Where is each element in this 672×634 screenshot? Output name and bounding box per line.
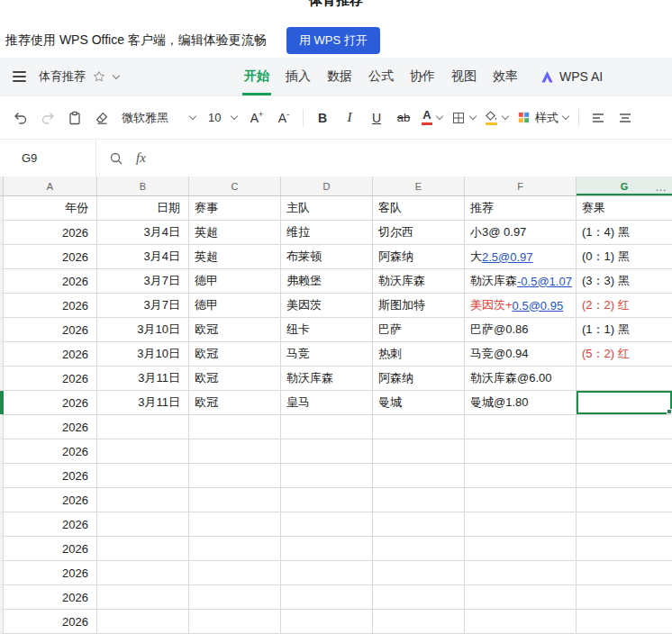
cell-league[interactable]: 英超 <box>189 221 281 245</box>
empty-cell[interactable] <box>465 488 577 512</box>
empty-cell[interactable] <box>97 610 189 634</box>
cell-year[interactable]: 2026 <box>4 585 97 610</box>
cell-away-team[interactable]: 勒沃库森 <box>373 269 465 294</box>
empty-cell[interactable] <box>373 537 465 561</box>
empty-cell[interactable] <box>97 464 189 488</box>
empty-cell[interactable] <box>281 512 373 537</box>
empty-cell[interactable] <box>373 464 465 488</box>
empty-cell[interactable] <box>465 561 577 585</box>
empty-cell[interactable] <box>465 464 577 488</box>
cell-away-team[interactable]: 曼城 <box>373 391 465 415</box>
empty-cell[interactable] <box>281 585 373 610</box>
tab-collaboration[interactable]: 协作 <box>402 58 443 95</box>
cell-league[interactable]: 英超 <box>189 245 281 269</box>
cell-recommendation[interactable]: 小3@ 0.97 <box>465 221 577 245</box>
cell-result[interactable]: (5：2) 红 <box>577 342 672 367</box>
empty-cell[interactable] <box>189 585 281 610</box>
empty-cell[interactable] <box>373 610 465 634</box>
cell-away-team[interactable]: 切尔西 <box>373 221 465 245</box>
header-cell-2[interactable]: 赛事 <box>189 196 281 221</box>
column-header-B[interactable]: B <box>97 177 189 195</box>
empty-cell[interactable] <box>189 537 281 561</box>
empty-cell[interactable] <box>189 488 281 512</box>
empty-cell[interactable] <box>189 439 281 464</box>
cell-home-team[interactable]: 皇马 <box>281 391 373 415</box>
cell-home-team[interactable]: 弗赖堡 <box>281 269 373 294</box>
fill-color-button[interactable] <box>480 105 513 131</box>
cell-result[interactable]: (3：3) 黑 <box>577 269 672 294</box>
empty-cell[interactable] <box>373 585 465 610</box>
cell-year[interactable]: 2026 <box>4 221 97 245</box>
tab-data[interactable]: 数据 <box>319 58 360 95</box>
empty-cell[interactable] <box>281 439 373 464</box>
header-cell-1[interactable]: 日期 <box>97 196 189 221</box>
underline-button[interactable]: U <box>363 105 390 131</box>
paste-icon[interactable] <box>61 105 88 131</box>
column-header-E[interactable]: E <box>373 177 465 195</box>
column-header-D[interactable]: D <box>281 177 373 195</box>
empty-cell[interactable] <box>281 537 373 561</box>
decrease-font-size-button[interactable]: A- <box>270 105 297 131</box>
cell-year[interactable]: 2026 <box>4 439 97 464</box>
cell-result[interactable]: (2：2) 红 <box>577 294 672 318</box>
tab-home[interactable]: 开始 <box>236 58 277 95</box>
cell-year[interactable]: 2026 <box>4 488 97 512</box>
empty-cell[interactable] <box>281 610 373 634</box>
recommendation-link[interactable]: 2.5@0.97 <box>482 250 533 264</box>
clear-format-eraser-icon[interactable] <box>88 105 115 131</box>
empty-cell[interactable] <box>281 561 373 585</box>
cell-recommendation[interactable]: 勒沃库森@6.00 <box>465 367 577 391</box>
cell-year[interactable]: 2026 <box>4 367 97 391</box>
cell-date[interactable]: 3月10日 <box>97 342 189 367</box>
strikethrough-button[interactable]: ab <box>390 105 417 131</box>
empty-cell[interactable] <box>373 488 465 512</box>
tab-efficiency[interactable]: 效率 <box>485 58 526 95</box>
cell-year[interactable]: 2026 <box>4 512 97 537</box>
redo-icon[interactable] <box>34 105 61 131</box>
empty-cell[interactable] <box>577 488 672 512</box>
menu-icon[interactable] <box>13 71 26 82</box>
recommendation-link[interactable]: -0.5@1.07 <box>517 275 572 288</box>
cell-result[interactable] <box>577 391 672 415</box>
cell-away-team[interactable]: 巴萨 <box>373 318 465 342</box>
title-chevron-down-icon[interactable] <box>114 76 119 78</box>
cell-recommendation[interactable]: 马竞@0.94 <box>465 342 577 367</box>
empty-cell[interactable] <box>465 512 577 537</box>
empty-cell[interactable] <box>97 561 189 585</box>
empty-cell[interactable] <box>373 512 465 537</box>
cell-league[interactable]: 德甲 <box>189 294 281 318</box>
cell-recommendation[interactable]: 勒沃库森-0.5@1.07 <box>465 269 577 294</box>
font-size-select[interactable]: 10 <box>202 105 243 131</box>
cell-year[interactable]: 2026 <box>4 294 97 318</box>
empty-cell[interactable] <box>97 439 189 464</box>
undo-icon[interactable] <box>7 105 34 131</box>
cell-result[interactable] <box>577 367 672 391</box>
cell-styles-button[interactable]: 样式 <box>513 105 573 131</box>
cell-league[interactable]: 欧冠 <box>189 342 281 367</box>
cell-year[interactable]: 2026 <box>4 464 97 488</box>
tab-view[interactable]: 视图 <box>443 58 485 95</box>
font-color-button[interactable]: A <box>417 105 447 131</box>
empty-cell[interactable] <box>373 415 465 439</box>
empty-cell[interactable] <box>97 585 189 610</box>
favorite-star-icon[interactable] <box>93 70 105 83</box>
empty-cell[interactable] <box>577 415 672 439</box>
header-cell-4[interactable]: 客队 <box>373 196 465 221</box>
empty-cell[interactable] <box>577 561 672 585</box>
cell-year[interactable]: 2026 <box>4 245 97 269</box>
empty-cell[interactable] <box>189 415 281 439</box>
empty-cell[interactable] <box>577 439 672 464</box>
align-center-icon[interactable] <box>612 105 639 131</box>
cell-result[interactable]: (1：1) 黑 <box>577 318 672 342</box>
cell-home-team[interactable]: 美因茨 <box>281 294 373 318</box>
empty-cell[interactable] <box>189 512 281 537</box>
cell-year[interactable]: 2026 <box>4 391 97 415</box>
empty-cell[interactable] <box>577 512 672 537</box>
empty-cell[interactable] <box>97 512 189 537</box>
open-in-wps-button[interactable]: 用 WPS 打开 <box>286 27 380 54</box>
cell-recommendation[interactable]: 美因茨+0.5@0.95 <box>465 294 577 318</box>
search-icon[interactable] <box>109 151 123 166</box>
cell-home-team[interactable]: 马竞 <box>281 342 373 367</box>
cell-league[interactable]: 欧冠 <box>189 391 281 415</box>
cell-home-team[interactable]: 维拉 <box>281 221 373 245</box>
